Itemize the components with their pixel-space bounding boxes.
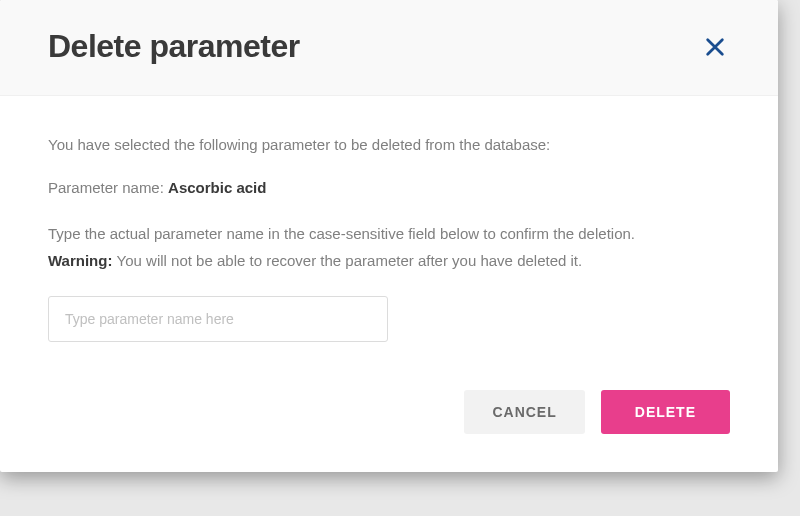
warning-text: You will not be able to recover the para… xyxy=(117,252,583,269)
parameter-value: Ascorbic acid xyxy=(168,179,266,196)
modal-body: You have selected the following paramete… xyxy=(0,96,778,362)
parameter-line: Parameter name: Ascorbic acid xyxy=(48,177,730,200)
delete-parameter-modal: Delete parameter You have selected the f… xyxy=(0,0,778,472)
parameter-label: Parameter name: xyxy=(48,179,168,196)
intro-text: You have selected the following paramete… xyxy=(48,134,730,157)
modal-footer: CANCEL DELETE xyxy=(0,362,778,472)
cancel-button[interactable]: CANCEL xyxy=(464,390,584,434)
instruction-text: Type the actual parameter name in the ca… xyxy=(48,223,730,246)
delete-button[interactable]: DELETE xyxy=(601,390,730,434)
modal-title: Delete parameter xyxy=(48,28,300,65)
close-icon xyxy=(704,36,726,58)
warning-label: Warning: xyxy=(48,252,117,269)
modal-header: Delete parameter xyxy=(0,0,778,96)
close-button[interactable] xyxy=(700,32,730,62)
confirm-name-input[interactable] xyxy=(48,296,388,342)
warning-line: Warning: You will not be able to recover… xyxy=(48,250,730,273)
